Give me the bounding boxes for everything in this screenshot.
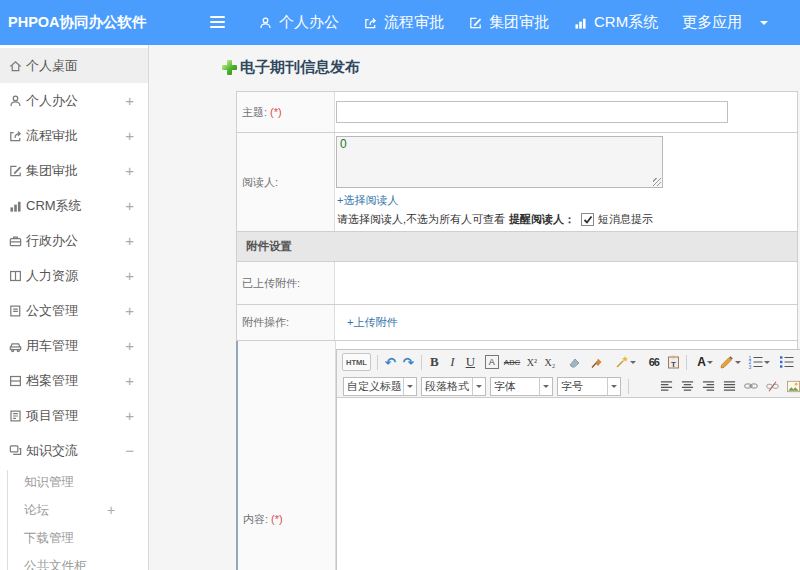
sidebar-item-3[interactable]: 流程审批+ — [0, 118, 148, 153]
sidebar-item-5[interactable]: CRM系统+ — [0, 188, 148, 223]
editor-dropdown-2[interactable]: 段落格式 — [421, 377, 486, 396]
sidebar-item-9[interactable]: 用车管理+ — [0, 328, 148, 363]
editor-dropdown-1[interactable]: 自定义标题 — [343, 377, 417, 396]
content-row: 内容:(*) HTML↶↷BIUAABCX²X₂66TA123 自定义标题段落格… — [236, 341, 798, 570]
nav-label: 更多应用 — [682, 13, 742, 32]
expand-toggle[interactable]: + — [125, 127, 134, 144]
wand-button[interactable] — [615, 353, 636, 371]
chevron-down-icon — [472, 378, 485, 395]
justify-button[interactable] — [723, 377, 736, 395]
unlink-button[interactable] — [766, 377, 779, 395]
expand-toggle[interactable]: + — [125, 302, 134, 319]
redo-button[interactable]: ↷ — [402, 353, 415, 371]
strike-button[interactable]: ABC — [504, 353, 520, 371]
sms-checkbox[interactable] — [581, 213, 594, 226]
align-left-button[interactable] — [660, 377, 673, 395]
top-nav: 个人办公流程审批集团审批CRM系统更多应用 — [258, 0, 768, 45]
app-logo: PHPOA协同办公软件 — [8, 0, 147, 45]
expand-toggle[interactable]: − — [125, 442, 134, 459]
sidebar-item-10[interactable]: 档案管理+ — [0, 363, 148, 398]
page-title: 电子期刊信息发布 — [240, 58, 360, 77]
quote-button[interactable]: 66 — [647, 353, 660, 371]
briefcase-icon — [8, 233, 24, 249]
nav-item-2[interactable]: 流程审批 — [363, 13, 444, 32]
sub-button[interactable]: X₂ — [543, 353, 556, 371]
sidebar-item-2[interactable]: 个人办公+ — [0, 83, 148, 118]
expand-toggle[interactable]: + — [125, 232, 134, 249]
bold-button[interactable]: B — [428, 353, 441, 371]
editor-toolbar: HTML↶↷BIUAABCX²X₂66TA123 自定义标题段落格式字体字号 — [337, 350, 800, 398]
sidebar-subitem-4[interactable]: 公共文件柜 — [0, 552, 148, 570]
subject-input[interactable] — [336, 101, 728, 123]
hamburger-menu-icon[interactable] — [210, 16, 225, 28]
svg-text:T: T — [671, 360, 676, 369]
sidebar-subitem-3[interactable]: 下载管理 — [0, 524, 148, 552]
sup-button[interactable]: X² — [525, 353, 538, 371]
nav-item-4[interactable]: CRM系统 — [573, 13, 658, 32]
image-button[interactable] — [787, 377, 800, 395]
underline-button[interactable]: U — [464, 353, 477, 371]
expand-toggle[interactable]: + — [125, 372, 134, 389]
archive-icon — [8, 373, 24, 389]
link-button[interactable] — [744, 377, 758, 395]
uploaded-label: 已上传附件: — [237, 262, 335, 304]
readers-textarea[interactable]: 0 — [336, 136, 663, 188]
italic-button[interactable]: I — [446, 353, 459, 371]
nav-label: 个人办公 — [279, 13, 339, 32]
attach-op-label: 附件操作: — [237, 305, 335, 340]
add-icon — [222, 60, 237, 75]
subject-label: 主题:(*) — [237, 92, 335, 132]
expand-toggle[interactable]: + — [125, 407, 134, 424]
doc-icon — [8, 303, 24, 319]
project-icon — [8, 408, 24, 424]
choose-readers-link[interactable]: +选择阅读人 — [337, 193, 398, 208]
expand-toggle[interactable]: + — [125, 92, 134, 109]
undo-button[interactable]: ↶ — [384, 353, 397, 371]
nav-item-5[interactable]: 更多应用 — [682, 13, 768, 32]
fontcolor-button[interactable]: A — [697, 353, 713, 371]
required-mark: (*) — [270, 106, 282, 118]
sidebar-item-12[interactable]: 知识交流− — [0, 433, 148, 468]
ul-button[interactable] — [779, 353, 794, 371]
pen-button[interactable] — [720, 353, 741, 371]
align-right-button[interactable] — [702, 377, 715, 395]
ol-button[interactable]: 123 — [748, 353, 770, 371]
sidebar-item-8[interactable]: 公文管理+ — [0, 293, 148, 328]
sidebar-item-4[interactable]: 集团审批+ — [0, 153, 148, 188]
sidebar-subitem-1[interactable]: 知识管理 — [0, 468, 148, 496]
upload-attachment-link[interactable]: +上传附件 — [347, 315, 397, 330]
editor-content-area[interactable] — [337, 398, 800, 570]
expand-toggle[interactable]: + — [125, 162, 134, 179]
svg-text:3: 3 — [748, 364, 751, 370]
readers-hint: 请选择阅读人,不选为所有人可查看 — [337, 212, 505, 227]
nav-item-3[interactable]: 集团审批 — [468, 13, 549, 32]
html-source-button[interactable]: HTML — [342, 353, 371, 371]
toolbar-separator — [377, 355, 378, 370]
sidebar-item-7[interactable]: 人力资源+ — [0, 258, 148, 293]
editor-dropdown-3[interactable]: 字体 — [490, 377, 553, 396]
boxa-button[interactable]: A — [485, 355, 499, 369]
expand-toggle[interactable]: + — [107, 502, 115, 518]
paste-button[interactable]: T — [667, 353, 680, 371]
chevron-down-icon — [760, 21, 768, 29]
editor-dropdown-4[interactable]: 字号 — [557, 377, 621, 396]
eraser-button[interactable] — [567, 353, 581, 371]
sidebar-subitem-2[interactable]: 论坛+ — [0, 496, 148, 524]
sidebar-item-1[interactable]: 个人桌面 — [0, 48, 148, 83]
person-icon — [258, 15, 273, 31]
sidebar-item-6[interactable]: 行政办公+ — [0, 223, 148, 258]
nav-item-1[interactable]: 个人办公 — [258, 13, 339, 32]
content-label: 内容:(*) — [238, 341, 336, 570]
expand-toggle[interactable]: + — [125, 197, 134, 214]
subject-row: 主题:(*) — [236, 92, 798, 133]
broom-button[interactable] — [590, 353, 604, 371]
flow-icon — [8, 128, 24, 144]
resize-handle[interactable] — [653, 178, 661, 186]
car-icon — [8, 338, 24, 354]
chevron-down-icon — [630, 361, 636, 367]
align-center-button[interactable] — [681, 377, 694, 395]
sidebar-item-11[interactable]: 项目管理+ — [0, 398, 148, 433]
expand-toggle[interactable]: + — [125, 337, 134, 354]
readers-row: 阅读人: 0 +选择阅读人 请选择阅读人,不选为所有人可查看 提醒阅读人： 短消… — [236, 133, 798, 232]
expand-toggle[interactable]: + — [125, 267, 134, 284]
